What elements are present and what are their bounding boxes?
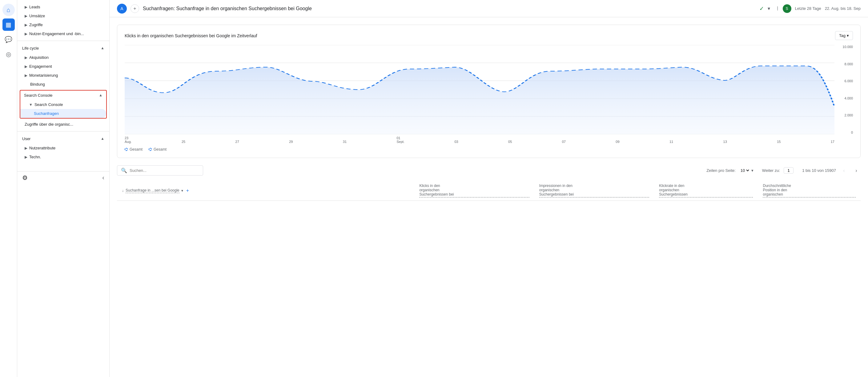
date-label: Letzte 28 Tage <box>795 6 821 11</box>
nav-item-akquisition[interactable]: ▶ Akquisition <box>17 53 109 62</box>
chevron-up-icon: ▼ <box>101 46 104 51</box>
col-klickrate[interactable]: Klickrate in den organischen Suchergebni… <box>654 180 758 201</box>
chevron-up-icon2: ▼ <box>101 137 104 141</box>
chart-header: Klicks in den organischen Suchergebnisse… <box>125 31 853 40</box>
chevron-right-icon: ▶ <box>25 64 27 69</box>
legend-dot-2 <box>149 148 152 151</box>
search-icon: 🔍 <box>121 168 127 173</box>
nav-item-zugriffe-organisch[interactable]: Zugriffe über die organisc... <box>17 120 109 129</box>
data-table: ↓ Suchanfrage in ...sen bei Google ▾ + K… <box>117 180 861 201</box>
chevron-right-icon: ▶ <box>25 155 27 159</box>
nav-item-search-console-sub[interactable]: ▼ Search Console <box>20 100 106 109</box>
target-icon[interactable]: ◎ <box>2 48 15 60</box>
chart-svg <box>125 45 834 134</box>
chart-dropdown[interactable]: Tag ▾ <box>835 31 853 40</box>
date-range: 22. Aug. bis 18. Sep <box>825 6 861 11</box>
table-toolbar: 🔍 Zeilen pro Seite: 10 25 50 ▾ Weiter zu… <box>117 165 861 176</box>
chart-icon[interactable]: ▦ <box>2 19 15 31</box>
content-area: Klicks in den organischen Suchergebnisse… <box>110 17 868 377</box>
col-position[interactable]: Durchschnittliche Position in den organi… <box>758 180 861 201</box>
table-header: ↓ Suchanfrage in ...sen bei Google ▾ + K… <box>117 180 861 201</box>
user-section-header[interactable]: User ▼ <box>17 134 109 144</box>
legend-item-1: Gesamt <box>125 147 143 151</box>
nav-item-engagement[interactable]: ▶ Nutzer-Engagement und -bin... <box>17 29 109 38</box>
pagination-info: 1 bis 10 von 15907 <box>802 168 836 173</box>
page-title: Suchanfragen: Suchanfrage in den organis… <box>143 6 756 11</box>
home-icon[interactable]: ⌂ <box>2 4 15 16</box>
nav-item-nutzerattribute[interactable]: ▶ Nutzerattribute <box>17 144 109 152</box>
nav-item-engagement-lc[interactable]: ▶ Engagement <box>17 62 109 71</box>
user-avatar[interactable]: A <box>117 4 127 13</box>
icon-sidebar: ⌂ ▦ 💬 ◎ <box>0 0 17 377</box>
chart-y-axis: 10.000 8.000 6.000 4.000 2.000 0 <box>834 45 853 134</box>
next-page-button[interactable]: › <box>852 166 861 175</box>
dropdown-arrow-icon: ▾ <box>847 33 849 38</box>
rows-per-page-select[interactable]: 10 25 50 ▾ <box>739 168 753 173</box>
select-arrow-icon: ▾ <box>751 168 753 173</box>
search-console-header[interactable]: Search Console ▼ <box>20 91 106 100</box>
chat-icon[interactable]: 💬 <box>2 33 15 46</box>
chart-legend: Gesamt Gesamt <box>125 147 853 151</box>
chevron-right-icon: ▶ <box>25 14 27 18</box>
col-impressionen[interactable]: Impressionen in den organischen Sucherge… <box>534 180 654 201</box>
chevron-right-icon: ▶ <box>25 146 27 150</box>
lifecycle-section-header[interactable]: Life cycle ▼ <box>17 44 109 53</box>
search-console-section: Search Console ▼ ▼ Search Console Suchan… <box>20 90 107 119</box>
chart-title: Klicks in den organischen Suchergebnisse… <box>125 33 257 38</box>
chart-area-wrap: 10.000 8.000 6.000 4.000 2.000 0 <box>125 45 853 144</box>
add-button[interactable]: + <box>130 4 139 13</box>
verified-icon: ✓ <box>760 5 764 12</box>
nav-item-umsaetze[interactable]: ▶ Umsätze <box>17 11 109 20</box>
chevron-right-icon: ▶ <box>25 23 27 27</box>
sort-arrow-icon: ↓ <box>122 188 124 193</box>
nav-panel: ▶ Leads ▶ Umsätze ▶ Zugriffe ▶ Nutzer-En… <box>17 0 110 377</box>
go-to-input[interactable] <box>784 167 794 174</box>
account-avatar[interactable]: S <box>783 4 792 13</box>
settings-icon[interactable]: ⚙ <box>22 174 28 181</box>
chevron-right-icon: ▶ <box>25 55 27 60</box>
legend-item-2: Gesamt <box>149 147 166 151</box>
nav-item-leads[interactable]: ▶ Leads <box>17 2 109 11</box>
nav-item-bindung[interactable]: Bindung <box>17 80 109 89</box>
rows-select-dropdown[interactable]: 10 25 50 <box>739 168 750 173</box>
prev-page-button[interactable]: ‹ <box>840 166 848 175</box>
nav-item-suchanfragen[interactable]: Suchanfragen <box>20 109 106 118</box>
topbar: A + Suchanfragen: Suchanfrage in den org… <box>110 0 868 17</box>
chevron-right-icon: ▶ <box>25 73 27 78</box>
nav-item-techn[interactable]: ▶ Techn. <box>17 152 109 162</box>
nav-item-zugriffe[interactable]: ▶ Zugriffe <box>17 20 109 29</box>
table-header-row: ↓ Suchanfrage in ...sen bei Google ▾ + K… <box>117 180 861 201</box>
dropdown-icon[interactable]: ▾ <box>768 5 770 11</box>
col-klicks[interactable]: Klicks in den organischen Suchergebnisse… <box>414 180 534 201</box>
filter-icon[interactable]: ⫶ <box>776 5 779 12</box>
chart-container: Klicks in den organischen Suchergebnisse… <box>117 25 861 158</box>
add-column-button[interactable]: + <box>186 188 189 194</box>
chart-svg-area <box>125 45 834 134</box>
col-dropdown-icon: ▾ <box>181 188 183 193</box>
collapse-icon[interactable]: ‹ <box>102 174 104 181</box>
chart-x-axis: 23Aug. 25 27 29 31 01Sept. 03 05 07 09 1… <box>125 134 834 144</box>
nav-bottom: ⚙ ‹ <box>17 171 109 184</box>
divider2 <box>17 131 109 132</box>
chevron-right-icon: ▶ <box>25 5 27 9</box>
nav-item-monetarisierung[interactable]: ▶ Monetarisierung <box>17 71 109 80</box>
col-suchanfrage[interactable]: ↓ Suchanfrage in ...sen bei Google ▾ + <box>117 180 414 201</box>
chevron-right-icon: ▶ <box>25 32 27 36</box>
legend-dot-1 <box>125 148 128 151</box>
chevron-down-icon: ▼ <box>29 103 33 107</box>
table-pagination: Zeilen pro Seite: 10 25 50 ▾ Weiter zu: … <box>706 166 861 175</box>
main-content: A + Suchanfragen: Suchanfrage in den org… <box>110 0 868 377</box>
search-input-wrap[interactable]: 🔍 <box>117 165 203 176</box>
chevron-up-icon: ▼ <box>99 93 102 98</box>
search-input[interactable] <box>130 168 199 173</box>
topbar-right: ✓ ▾ ⫶ S Letzte 28 Tage 22. Aug. bis 18. … <box>760 4 861 13</box>
